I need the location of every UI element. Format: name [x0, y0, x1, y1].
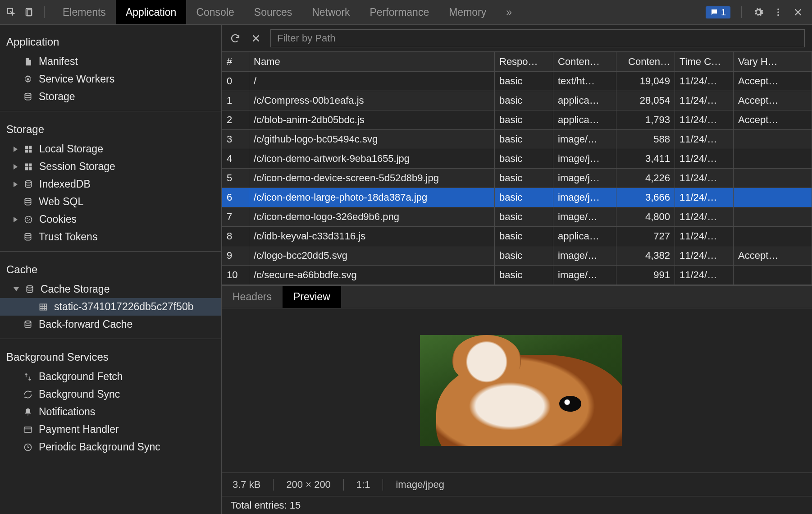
table-row[interactable]: 10/c/secure-a66bbdfe.svgbasicimage/…9911… [222, 266, 812, 285]
cell: Accept… [734, 72, 812, 91]
total-entries: Total entries: 15 [222, 496, 812, 514]
issues-badge[interactable]: 1 [706, 6, 730, 18]
table-row[interactable]: 0/basictext/ht…19,04911/24/…Accept… [222, 72, 812, 91]
tab-elements[interactable]: Elements [53, 0, 116, 24]
tab-headers[interactable]: Headers [222, 286, 283, 308]
table-row[interactable]: 7/c/icon-demo-logo-326ed9b6.pngbasicimag… [222, 207, 812, 227]
sync-icon [23, 389, 33, 400]
svg-point-20 [29, 218, 30, 220]
label: Background Sync [39, 388, 120, 400]
tab-sources[interactable]: Sources [244, 0, 302, 24]
chevron-right-icon [14, 217, 18, 222]
tab-overflow[interactable]: » [496, 0, 522, 24]
cell: 11/24/… [675, 188, 734, 207]
col-index[interactable]: # [222, 52, 249, 72]
svg-rect-11 [29, 149, 32, 152]
devtools-topbar: Elements Application Console Sources Net… [0, 0, 812, 25]
label: Local Storage [39, 143, 103, 155]
sidebar-item-service-workers[interactable]: Service Workers [0, 70, 221, 88]
gear-icon[interactable] [753, 6, 764, 18]
sidebar-item-periodic-sync[interactable]: Periodic Background Sync [0, 438, 221, 456]
divider [0, 339, 221, 339]
cell: image/j… [553, 188, 616, 207]
tab-preview[interactable]: Preview [283, 286, 341, 308]
cell: 991 [616, 266, 675, 285]
divider [0, 111, 221, 111]
cell: 3,666 [616, 188, 675, 207]
cell: 28,054 [616, 91, 675, 110]
table-row[interactable]: 8/c/idb-keyval-c33d3116.jsbasicapplica…7… [222, 227, 812, 246]
table-row[interactable]: 5/c/icon-demo-device-screen-5d52d8b9.jpg… [222, 169, 812, 188]
device-toggle-icon[interactable] [23, 6, 35, 18]
sidebar-item-local-storage[interactable]: Local Storage [0, 140, 221, 158]
label: Cookies [39, 213, 77, 225]
table-row[interactable]: 3/c/github-logo-bc05494c.svgbasicimage/…… [222, 130, 812, 149]
cell: 4,226 [616, 169, 675, 188]
sidebar-item-websql[interactable]: Web SQL [0, 193, 221, 211]
cell [734, 169, 812, 188]
sidebar-item-back-forward-cache[interactable]: Back-forward Cache [0, 316, 221, 333]
gear-icon [23, 74, 33, 85]
sidebar-item-cookies[interactable]: Cookies [0, 211, 221, 228]
col-vary-header[interactable]: Vary H… [734, 52, 812, 72]
sidebar-item-background-fetch[interactable]: Background Fetch [0, 368, 221, 386]
section-cache: Cache [0, 257, 221, 280]
sidebar-item-payment-handler[interactable]: Payment Handler [0, 421, 221, 438]
sidebar-item-cache-storage[interactable]: Cache Storage [0, 280, 221, 298]
sidebar-item-background-sync[interactable]: Background Sync [0, 386, 221, 403]
table-row[interactable]: 6/c/icon-demo-large-photo-18da387a.jpgba… [222, 188, 812, 207]
label: Service Workers [39, 73, 114, 85]
filter-input[interactable] [270, 29, 805, 47]
tab-memory[interactable]: Memory [439, 0, 496, 24]
database-icon [24, 284, 35, 295]
separator [44, 6, 45, 18]
tab-performance[interactable]: Performance [360, 0, 439, 24]
inspect-icon[interactable] [5, 6, 17, 18]
separator [741, 6, 742, 18]
tab-network[interactable]: Network [302, 0, 360, 24]
sidebar-item-indexeddb[interactable]: IndexedDB [0, 175, 221, 193]
col-time-cached[interactable]: Time C… [675, 52, 734, 72]
topbar-right-controls: 1 [706, 6, 812, 18]
refresh-icon[interactable] [229, 32, 242, 45]
topbar-left-controls [0, 6, 53, 18]
col-name[interactable]: Name [249, 52, 495, 72]
cell: / [249, 72, 495, 91]
label: Payment Handler [39, 423, 119, 436]
tab-console[interactable]: Console [186, 0, 244, 24]
preview-image-content [559, 396, 581, 411]
svg-point-4 [777, 11, 779, 13]
table-row[interactable]: 1/c/Compress-00b1eafa.jsbasicapplica…28,… [222, 91, 812, 110]
sidebar-item-notifications[interactable]: Notifications [0, 403, 221, 421]
kebab-menu-icon[interactable] [772, 6, 784, 18]
main-pane: Application Manifest Service Workers Sto… [0, 25, 812, 514]
chevron-right-icon [14, 182, 18, 187]
cell [734, 188, 812, 207]
table-body: 0/basictext/ht…19,04911/24/…Accept…1/c/C… [222, 72, 812, 285]
tab-application[interactable]: Application [116, 0, 187, 24]
table-row[interactable]: 4/c/icon-demo-artwork-9eba1655.jpgbasici… [222, 149, 812, 169]
cell: /c/Compress-00b1eafa.js [249, 91, 495, 110]
table-row[interactable]: 9/c/logo-bcc20dd5.svgbasicimage/…4,38211… [222, 246, 812, 266]
sidebar-item-storage[interactable]: Storage [0, 88, 221, 106]
sidebar-item-manifest[interactable]: Manifest [0, 53, 221, 70]
table-row[interactable]: 2/c/blob-anim-2db05bdc.jsbasicapplica…1,… [222, 110, 812, 130]
card-icon [23, 424, 33, 435]
cell: /c/idb-keyval-c33d3116.js [249, 227, 495, 246]
sidebar-item-session-storage[interactable]: Session Storage [0, 158, 221, 175]
col-content-type[interactable]: Conten… [553, 52, 616, 72]
svg-rect-14 [25, 167, 28, 170]
col-response-type[interactable]: Respo… [495, 52, 553, 72]
preview-image [420, 335, 622, 446]
clear-icon[interactable] [250, 32, 262, 45]
separator [343, 479, 344, 491]
sidebar-item-trust-tokens[interactable]: Trust Tokens [0, 228, 221, 246]
cell: 11/24/… [675, 110, 734, 130]
svg-point-16 [25, 180, 31, 183]
close-icon[interactable] [792, 6, 804, 18]
preview-size: 3.7 kB [233, 479, 260, 491]
section-storage: Storage [0, 117, 221, 140]
cell: 19,049 [616, 72, 675, 91]
sidebar-item-cache-entry[interactable]: static-3741017226db5c27f50b [0, 298, 221, 316]
col-content-length[interactable]: Conten… [616, 52, 675, 72]
